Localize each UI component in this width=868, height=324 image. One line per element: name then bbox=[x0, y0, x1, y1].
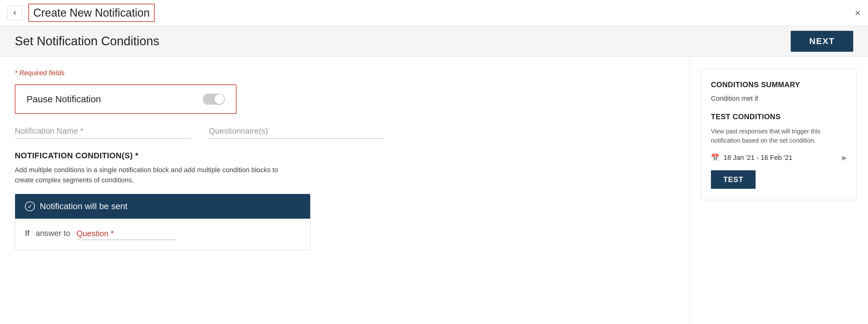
if-row: If answer to bbox=[25, 229, 300, 240]
close-button[interactable]: × bbox=[855, 8, 861, 18]
toggle-knob bbox=[214, 94, 224, 104]
back-button[interactable] bbox=[7, 5, 22, 20]
date-range-row: 📅 18 Jan '21 - 16 Feb '21 ▶ bbox=[711, 154, 847, 162]
pause-notification-block: Pause Notification bbox=[15, 85, 237, 114]
condition-met-label: Condition met if bbox=[711, 95, 847, 103]
conditions-summary-title: CONDITIONS SUMMARY bbox=[711, 80, 847, 89]
pause-notification-label: Pause Notification bbox=[27, 94, 101, 104]
fields-row bbox=[15, 126, 384, 139]
step-title: Set Notification Conditions bbox=[15, 34, 159, 48]
pause-notification-toggle[interactable] bbox=[203, 94, 225, 105]
next-button[interactable]: NEXT bbox=[791, 31, 853, 52]
chevron-right-icon: ▶ bbox=[842, 154, 847, 161]
calendar-icon: 📅 bbox=[711, 154, 719, 162]
required-fields-label: * Required fields bbox=[15, 69, 675, 77]
condition-body: If answer to bbox=[15, 219, 310, 250]
test-button[interactable]: TEST bbox=[711, 170, 755, 189]
test-conditions-title: TEST CONDITIONS bbox=[711, 112, 847, 121]
conditions-section-description: Add multiple conditions in a single noti… bbox=[15, 165, 292, 185]
conditions-summary-box: CONDITIONS SUMMARY Condition met if TEST… bbox=[701, 69, 857, 200]
notification-name-input[interactable] bbox=[15, 126, 190, 136]
right-panel: CONDITIONS SUMMARY Condition met if TEST… bbox=[689, 57, 868, 324]
condition-header-text: Notification will be sent bbox=[40, 201, 127, 211]
condition-block: ✓ Notification will be sent If answer to bbox=[15, 194, 310, 250]
notification-name-group bbox=[15, 126, 190, 139]
date-range-text: 18 Jan '21 - 16 Feb '21 bbox=[723, 154, 793, 162]
if-label: If bbox=[25, 229, 29, 240]
step-header: Set Notification Conditions NEXT bbox=[0, 26, 868, 57]
conditions-section-title: NOTIFICATION CONDITION(S) * bbox=[15, 151, 675, 160]
answer-to-label: answer to bbox=[35, 229, 70, 240]
test-conditions-description: View past responses that will trigger th… bbox=[711, 127, 847, 145]
condition-check-icon: ✓ bbox=[25, 201, 35, 211]
page-title: Create New Notification bbox=[28, 4, 155, 22]
questionnaires-input[interactable] bbox=[209, 126, 384, 136]
date-range-left: 📅 18 Jan '21 - 16 Feb '21 bbox=[711, 154, 793, 162]
main-content: * Required fields Pause Notification NOT… bbox=[0, 57, 868, 324]
questionnaires-group bbox=[209, 126, 384, 139]
question-input[interactable] bbox=[76, 229, 177, 240]
left-panel: * Required fields Pause Notification NOT… bbox=[0, 57, 689, 324]
header-bar: Create New Notification × bbox=[0, 0, 868, 26]
condition-block-header: ✓ Notification will be sent bbox=[15, 194, 310, 219]
